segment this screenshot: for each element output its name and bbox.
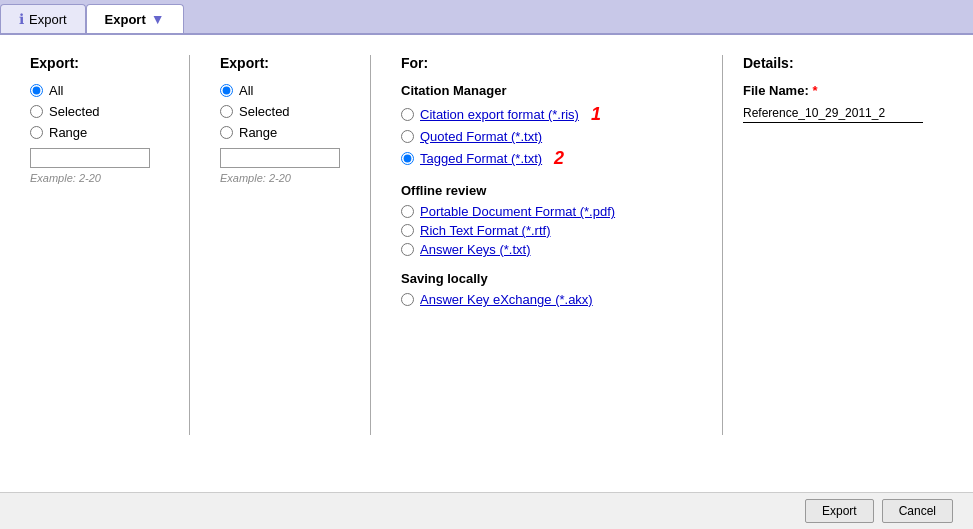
format-answer-keys-item[interactable]: Answer Keys (*.txt)	[401, 242, 692, 257]
format-pdf-label[interactable]: Portable Document Format (*.pdf)	[420, 204, 615, 219]
left-option-all[interactable]: All	[30, 83, 159, 98]
left-range-input[interactable]	[30, 148, 150, 168]
left-example-text: Example: 2-20	[30, 172, 159, 184]
dropdown-icon: ▼	[151, 11, 165, 27]
tab-bar: ℹ Export Export ▼	[0, 0, 973, 35]
left-radio-all[interactable]	[30, 84, 43, 97]
annotation-1: 1	[591, 104, 601, 125]
citation-manager-title: Citation Manager	[401, 83, 692, 98]
format-answer-keys-label[interactable]: Answer Keys (*.txt)	[420, 242, 531, 257]
left-label-range: Range	[49, 125, 87, 140]
middle-example-text: Example: 2-20	[220, 172, 340, 184]
middle-range-input[interactable]	[220, 148, 340, 168]
middle-label-selected: Selected	[239, 104, 290, 119]
citation-manager-category: Citation Manager Citation export format …	[401, 83, 692, 169]
format-rtf-label[interactable]: Rich Text Format (*.rtf)	[420, 223, 551, 238]
middle-option-all[interactable]: All	[220, 83, 340, 98]
left-export-title: Export:	[30, 55, 159, 71]
left-option-range[interactable]: Range	[30, 125, 159, 140]
tab-export-inactive[interactable]: ℹ Export	[0, 4, 86, 33]
middle-label-all: All	[239, 83, 253, 98]
main-content: Export: All Selected Range Example: 2-20…	[0, 35, 973, 455]
saving-locally-title: Saving locally	[401, 271, 692, 286]
file-name-label-text: File Name:	[743, 83, 809, 98]
radio-pdf[interactable]	[401, 205, 414, 218]
left-label-all: All	[49, 83, 63, 98]
radio-ris[interactable]	[401, 108, 414, 121]
format-akx-label[interactable]: Answer Key eXchange (*.akx)	[420, 292, 593, 307]
radio-rtf[interactable]	[401, 224, 414, 237]
middle-radio-all[interactable]	[220, 84, 233, 97]
format-pdf-item[interactable]: Portable Document Format (*.pdf)	[401, 204, 692, 219]
info-icon: ℹ	[19, 11, 24, 27]
offline-review-category: Offline review Portable Document Format …	[401, 183, 692, 257]
format-akx-item[interactable]: Answer Key eXchange (*.akx)	[401, 292, 692, 307]
file-name-label: File Name: *	[743, 83, 923, 98]
middle-radio-selected[interactable]	[220, 105, 233, 118]
left-option-selected[interactable]: Selected	[30, 104, 159, 119]
file-name-input[interactable]	[743, 104, 923, 123]
radio-answer-keys[interactable]	[401, 243, 414, 256]
radio-akx[interactable]	[401, 293, 414, 306]
left-radio-range[interactable]	[30, 126, 43, 139]
radio-tagged[interactable]	[401, 152, 414, 165]
left-export-radio-group: All Selected Range	[30, 83, 159, 140]
format-tagged-item[interactable]: Tagged Format (*.txt) 2	[401, 148, 692, 169]
tab-label-inactive: Export	[29, 12, 67, 27]
radio-quoted[interactable]	[401, 130, 414, 143]
middle-export-radio-group: All Selected Range	[220, 83, 340, 140]
required-star: *	[812, 83, 817, 98]
for-section: For: Citation Manager Citation export fo…	[371, 55, 723, 435]
format-ris-label[interactable]: Citation export format (*.ris)	[420, 107, 579, 122]
format-ris-item[interactable]: Citation export format (*.ris) 1	[401, 104, 692, 125]
left-export-section: Export: All Selected Range Example: 2-20	[30, 55, 190, 435]
annotation-2: 2	[554, 148, 564, 169]
saving-locally-category: Saving locally Answer Key eXchange (*.ak…	[401, 271, 692, 307]
left-radio-selected[interactable]	[30, 105, 43, 118]
middle-option-range[interactable]: Range	[220, 125, 340, 140]
left-label-selected: Selected	[49, 104, 100, 119]
offline-review-title: Offline review	[401, 183, 692, 198]
format-tagged-label[interactable]: Tagged Format (*.txt)	[420, 151, 542, 166]
format-rtf-item[interactable]: Rich Text Format (*.rtf)	[401, 223, 692, 238]
middle-export-title: Export:	[220, 55, 340, 71]
details-section: Details: File Name: *	[723, 55, 943, 435]
tab-export-active[interactable]: Export ▼	[86, 4, 184, 33]
middle-option-selected[interactable]: Selected	[220, 104, 340, 119]
details-title: Details:	[743, 55, 923, 71]
tab-label-active: Export	[105, 12, 146, 27]
middle-radio-range[interactable]	[220, 126, 233, 139]
for-title: For:	[401, 55, 692, 71]
format-quoted-label[interactable]: Quoted Format (*.txt)	[420, 129, 542, 144]
middle-label-range: Range	[239, 125, 277, 140]
format-quoted-item[interactable]: Quoted Format (*.txt)	[401, 129, 692, 144]
middle-export-section: Export: All Selected Range Example: 2-20	[190, 55, 371, 435]
